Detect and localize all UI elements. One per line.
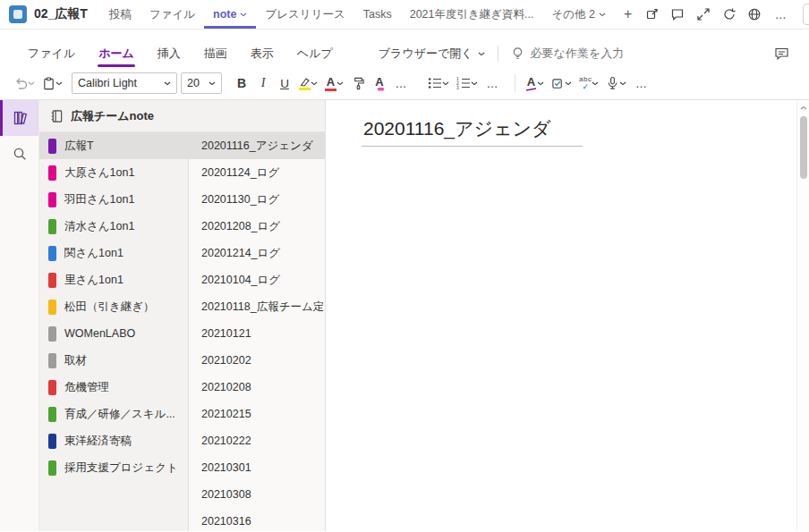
- page-item[interactable]: 20210222: [189, 427, 325, 454]
- page-item[interactable]: 20210208: [189, 374, 325, 401]
- feedback-icon[interactable]: [770, 42, 793, 65]
- page-item[interactable]: 20210118_広報チーム定...: [189, 293, 325, 320]
- website-globe-icon[interactable]: [744, 3, 766, 26]
- tab-label: 2021年度引き継ぎ資料...: [410, 7, 534, 22]
- chevron-down-icon: [619, 81, 626, 86]
- page-label: 20210202: [201, 354, 251, 367]
- notebook-header[interactable]: 広報チームnote: [39, 100, 325, 132]
- section-item[interactable]: 東洋経済寄稿: [39, 427, 188, 454]
- section-label: 広報T: [64, 139, 94, 154]
- menu-file[interactable]: ファイル: [16, 41, 87, 66]
- scroll-up-arrow[interactable]: [800, 100, 807, 114]
- page-canvas[interactable]: 20201116_アジェンダ: [326, 100, 796, 531]
- search-button[interactable]: [0, 136, 38, 172]
- bullet-list-icon: [428, 77, 442, 89]
- section-item[interactable]: 危機管理: [39, 374, 188, 401]
- open-content-icon[interactable]: [641, 3, 663, 26]
- page-item[interactable]: 20210301: [189, 454, 325, 481]
- tab-tasks[interactable]: Tasks: [354, 0, 401, 29]
- section-item[interactable]: 取材: [39, 347, 188, 374]
- ink-editor-button[interactable]: A: [522, 72, 548, 95]
- more-paragraph-options-icon[interactable]: …: [481, 72, 503, 95]
- menu-help[interactable]: ヘルプ: [285, 41, 345, 66]
- font-color-button[interactable]: A: [321, 72, 347, 95]
- notebook-panel: 広報チームnote 広報T 大原さん1on1 羽田さん1on1 清水さん1on1…: [39, 100, 326, 531]
- meeting-button[interactable]: 会議: [804, 4, 809, 24]
- italic-button[interactable]: I: [252, 72, 274, 95]
- tab-label: プレスリリース: [265, 7, 345, 22]
- page-item[interactable]: 20210104_ログ: [189, 266, 325, 293]
- more-toolbar-options-icon[interactable]: …: [630, 72, 651, 95]
- font-size-select[interactable]: 20: [181, 72, 222, 94]
- more-font-options-icon[interactable]: …: [390, 72, 412, 95]
- tab-more[interactable]: その他 2: [543, 0, 616, 29]
- clear-formatting-letter: A: [375, 76, 383, 88]
- bullet-list-button[interactable]: [424, 72, 453, 95]
- refresh-icon[interactable]: [718, 3, 740, 26]
- section-item[interactable]: 育成／研修／スキル...: [39, 401, 188, 427]
- tab-posts[interactable]: 投稿: [100, 0, 141, 29]
- page-item[interactable]: 20210215: [189, 401, 325, 427]
- dictate-button[interactable]: [602, 72, 630, 95]
- menu-home[interactable]: ホーム: [87, 41, 146, 66]
- section-label: 松田（引き継ぎ）: [64, 300, 155, 315]
- page-item[interactable]: 20201208_ログ: [189, 213, 325, 240]
- page-title-input[interactable]: 20201116_アジェンダ: [362, 116, 583, 147]
- popout-icon[interactable]: [693, 3, 715, 26]
- menu-draw[interactable]: 描画: [192, 41, 239, 66]
- tab-note[interactable]: note: [204, 0, 256, 29]
- format-painter-button[interactable]: [347, 72, 369, 95]
- chevron-down-icon: [592, 81, 599, 86]
- clear-formatting-button[interactable]: A: [369, 72, 390, 95]
- section-item[interactable]: 採用支援プロジェクト: [39, 454, 188, 481]
- paste-button[interactable]: [38, 72, 66, 95]
- section-item[interactable]: 大原さん1on1: [39, 159, 188, 186]
- highlighter-button[interactable]: [295, 72, 321, 95]
- numbered-list-button[interactable]: 123: [453, 72, 481, 95]
- vertical-scrollbar[interactable]: [796, 100, 809, 531]
- menu-view[interactable]: 表示: [239, 41, 285, 66]
- meeting-split-button: 会議: [803, 4, 809, 25]
- font-name-select[interactable]: Calibri Light: [72, 72, 177, 94]
- page-item[interactable]: 20201130_ログ: [189, 186, 325, 213]
- undo-button[interactable]: [11, 72, 38, 95]
- section-item[interactable]: 里さん1on1: [39, 266, 188, 293]
- todo-tag-button[interactable]: [548, 72, 575, 95]
- open-in-browser-button[interactable]: ブラウザーで開く: [379, 46, 485, 62]
- spell-check-button[interactable]: abc ✓: [575, 72, 602, 95]
- bold-button[interactable]: B: [231, 72, 252, 95]
- notebooks-nav-button[interactable]: [0, 100, 38, 136]
- tab-files[interactable]: ファイル: [141, 0, 204, 29]
- chevron-down-icon: [28, 81, 35, 86]
- page-label: 20210222: [201, 435, 251, 447]
- tell-me-search[interactable]: 必要な作業を入力: [511, 46, 625, 62]
- team-avatar[interactable]: [9, 5, 27, 23]
- svg-text:3: 3: [456, 85, 459, 89]
- page-item[interactable]: 20210202: [189, 347, 325, 374]
- page-item[interactable]: 20210316: [189, 508, 325, 531]
- tab-handover-docs[interactable]: 2021年度引き継ぎ資料...: [401, 0, 543, 29]
- notebook-icon: [50, 109, 64, 123]
- add-tab-button[interactable]: +: [615, 0, 641, 29]
- more-options-icon[interactable]: …: [770, 3, 792, 26]
- page-item[interactable]: 20210308: [189, 481, 325, 508]
- scrollbar-thumb[interactable]: [800, 116, 807, 179]
- page-item[interactable]: 20201116_アジェンダ: [189, 132, 325, 159]
- chat-icon[interactable]: [667, 3, 689, 26]
- tab-label: 投稿: [109, 7, 132, 22]
- section-item[interactable]: 清水さん1on1: [39, 213, 188, 240]
- section-item[interactable]: WOMenLABO: [39, 320, 188, 347]
- teams-bar-actions: … 会議: [641, 3, 809, 26]
- page-item[interactable]: 20210121: [189, 320, 325, 347]
- section-item[interactable]: 関さん1on1: [39, 240, 188, 266]
- section-item[interactable]: 羽田さん1on1: [39, 186, 188, 213]
- tab-press-release[interactable]: プレスリリース: [256, 0, 353, 29]
- page-item[interactable]: 20201214_ログ: [189, 240, 325, 266]
- underline-button[interactable]: U: [274, 72, 295, 95]
- menu-insert[interactable]: 挿入: [146, 41, 192, 66]
- page-item[interactable]: 20201124_ログ: [189, 159, 325, 186]
- section-item[interactable]: 広報T: [39, 132, 188, 159]
- page-label: 20210208: [201, 381, 251, 393]
- section-color-tab-icon: [48, 407, 56, 422]
- section-item[interactable]: 松田（引き継ぎ）: [39, 293, 188, 320]
